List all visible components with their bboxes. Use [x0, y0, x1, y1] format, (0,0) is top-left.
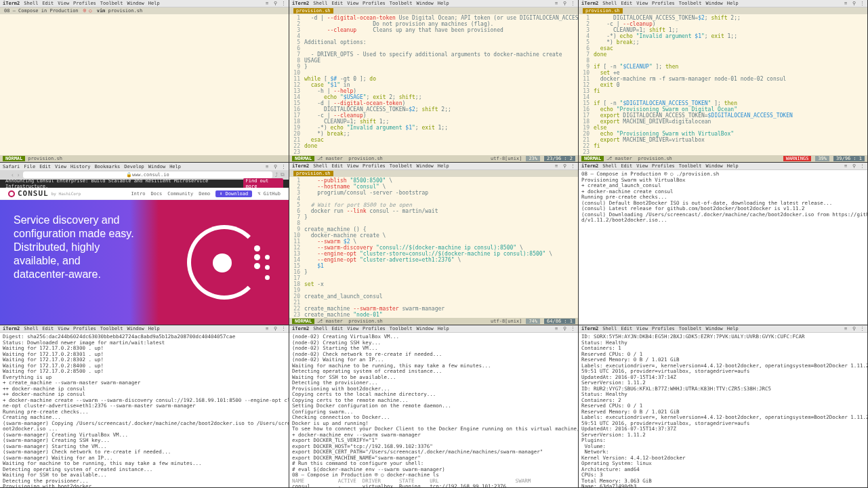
editor-area[interactable]: 1234567891011121314151617181920212223242… [289, 14, 578, 155]
nav-intro[interactable]: Intro [131, 191, 145, 197]
safari-menubar: Safari FileEditViewHistoryBookmarksDevel… [0, 163, 289, 170]
editor-area[interactable]: 1234567891011121314151617181920212223242… [579, 14, 867, 155]
code-content[interactable]: DIGITALOCEAN_ACCESS_TOKEN=$2; shift 2;; … [592, 14, 867, 155]
pane-top-right: iTerm2 ShellEditViewProfilesToolbeltWind… [579, 0, 868, 163]
statusbar: NORMAL ⎇ master provision.sh utf-8[unix]… [289, 318, 578, 325]
menubar: iTerm2 ShellEditViewProfilesToolbeltWind… [579, 163, 867, 170]
menubar: iTerm2 ShellEditViewProfilesToolbeltWind… [579, 0, 867, 7]
editor-area[interactable]: 1234567891011121314151617181920212223242… [289, 177, 578, 318]
menubar: iTerm2 ShellEditViewProfilesToolbeltWind… [0, 325, 289, 333]
pane-top-left: iTerm2 Shell Edit View Profiles Toolbelt… [0, 0, 289, 163]
list-icon[interactable]: ⋮ [281, 1, 286, 6]
tab-bar: provision.sh [289, 170, 578, 177]
nav-docs[interactable]: Docs [150, 191, 162, 197]
hero: Service discovery and configuration made… [0, 200, 289, 325]
search-icon[interactable]: ⚲ [272, 1, 278, 6]
forward-button[interactable]: › [17, 172, 20, 178]
back-button[interactable]: ‹ [11, 172, 14, 178]
nav-demo[interactable]: Demo [199, 191, 210, 197]
menubar: iTerm2 ShellEditViewProfilesToolbeltWind… [289, 325, 578, 333]
line-gutter: 1234567891011121314151617181920212223242… [289, 14, 303, 155]
statusbar: NORMAL ⎇ master provision.sh utf-8[unix]… [289, 155, 578, 162]
statusbar: NORMAL provision.sh [0, 155, 289, 162]
hero-headline: Service discovery and configuration made… [0, 200, 136, 325]
editor-area[interactable] [0, 14, 289, 155]
pane-middle-right: iTerm2 ShellEditViewProfilesToolbeltWind… [579, 163, 868, 325]
menubar: iTerm2 ShellEditViewProfilesToolbeltWind… [289, 163, 578, 170]
consul-mark-icon [8, 190, 15, 197]
pane-middle-middle: iTerm2 ShellEditViewProfilesToolbeltWind… [289, 163, 579, 325]
code-content[interactable]: --publish "8500:8500" \ --hostname "cons… [303, 177, 578, 318]
line-gutter: 1234567891011121314151617181920212223242… [579, 14, 592, 155]
pane-bottom-left: iTerm2 ShellEditViewProfilesToolbeltWind… [0, 325, 289, 488]
consul-hero-icon [187, 225, 262, 300]
lock-icon: 🔒 [126, 172, 132, 178]
code-content[interactable]: -d | --digital-ocean-token Use Digital O… [303, 14, 578, 155]
menubar: iTerm2 ShellEditViewProfilesToolbeltWind… [289, 0, 578, 7]
consul-logo[interactable]: CONSUL by HashiCorp [8, 189, 81, 198]
terminal-output[interactable]: Digest: sha256:dac244b6024dc63030bbebb42… [0, 333, 289, 487]
menu-icon[interactable]: ≡ [264, 1, 270, 6]
announce-bar: Announcing Consul Enterprise: Build Scal… [0, 180, 289, 188]
terminal-output[interactable]: 08 — Compose in Production ⍟ ○ ./provisi… [579, 170, 867, 325]
pane-bottom-right: iTerm2 ShellEditViewProfilesToolbeltWind… [579, 325, 868, 488]
tab-bar: provision.sh [289, 7, 578, 14]
nav-community[interactable]: Community [167, 191, 193, 197]
github-link[interactable]: ⌥ GitHub [257, 191, 281, 197]
site-nav: CONSUL by HashiCorp Intro Docs Community… [0, 188, 289, 200]
titlebar: 08 — Compose in Production ⍟ ○ vim vim p… [0, 7, 289, 14]
url-bar[interactable]: 🔒 www.consul.io [23, 171, 272, 178]
menubar: iTerm2 Shell Edit View Profiles Toolbelt… [0, 0, 289, 7]
tab-bar: provision.sh [579, 7, 867, 14]
share-icon[interactable]: ⤴ [275, 172, 278, 178]
statusbar: NORMAL ⎇ master provision.sh WARNINGS39%… [579, 155, 867, 162]
download-button[interactable]: ⬇ Download [215, 190, 252, 197]
terminal-output[interactable]: (node-02) Creating VirtualBox VM... (nod… [289, 333, 578, 487]
line-gutter: 1234567891011121314151617181920212223242… [289, 177, 303, 318]
menubar: iTerm2 ShellEditViewProfilesToolbeltWind… [579, 325, 867, 333]
pane-middle-left-browser: Safari FileEditViewHistoryBookmarksDevel… [0, 163, 289, 325]
tabs-icon[interactable]: ⧉ [281, 171, 285, 178]
terminal-output[interactable]: ID: SORX:5Y5H:AYJN:DKB4:EG5H:2BXJ:GDK5:E… [579, 333, 867, 487]
pane-bottom-middle: iTerm2 ShellEditViewProfilesToolbeltWind… [289, 325, 579, 488]
pane-top-middle: iTerm2 ShellEditViewProfilesToolbeltWind… [289, 0, 579, 163]
